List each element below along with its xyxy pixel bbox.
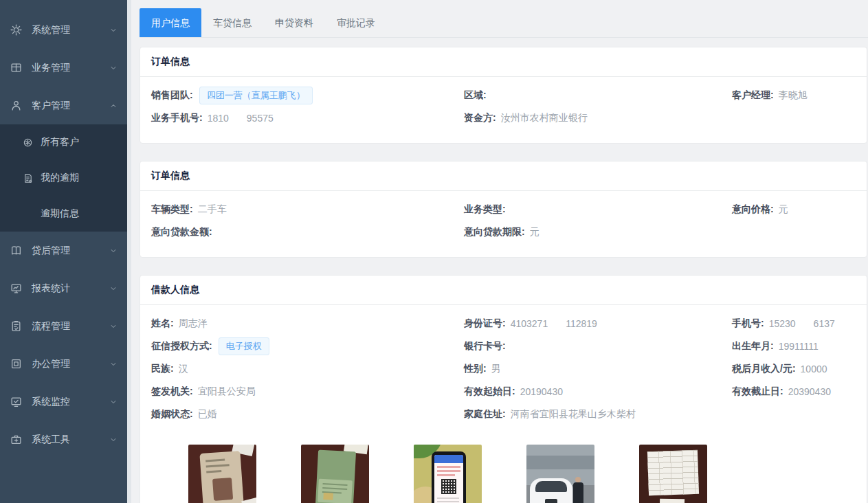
field-business-phone: 业务手机号: 181095575: [151, 112, 464, 124]
field-gender: 性别: 男: [464, 363, 732, 375]
field-label: 性别:: [464, 363, 487, 375]
field-valid-to: 有效截止日: 20390430: [732, 385, 856, 398]
field-value: 181095575: [208, 113, 274, 124]
monitor-check-icon: [10, 396, 22, 408]
field-row: 意向贷款金额: 意向贷款期限: 元: [151, 221, 856, 243]
field-label: 有效截止日:: [732, 385, 783, 398]
borrower-info-card: 借款人信息 姓名: 周志洋 身份证号: 4103271112819 手机号: 1…: [140, 275, 867, 503]
photo-item: 个人照: [188, 445, 256, 503]
field-business-type: 业务类型:: [464, 203, 732, 216]
sidebar-item-system-tools[interactable]: 系统工具: [0, 421, 127, 458]
sidebar-item-label: 所有客户: [41, 136, 79, 148]
sidebar-item-business-management[interactable]: 业务管理: [0, 49, 127, 87]
field-value: 男: [491, 363, 501, 375]
household-booklet-photo-thumbnail[interactable]: [301, 445, 369, 503]
field-label: 资金方:: [464, 112, 496, 124]
tab-loan-application-material[interactable]: 申贷资料: [263, 8, 325, 37]
field-vehicle-type: 车辆类型: 二手车: [151, 203, 464, 216]
field-id-number: 身份证号: 4103271112819: [464, 317, 732, 330]
tab-label: 用户信息: [151, 17, 190, 28]
photo-item: 新版征信照片: [301, 445, 369, 503]
sidebar-item-report-statistics[interactable]: 报表统计: [0, 269, 127, 307]
field-value: 4103271112819: [511, 318, 597, 329]
field-label: 有效起始日:: [464, 385, 515, 398]
sidebar-item-label: 系统工具: [32, 434, 70, 446]
field-region: 区域:: [464, 89, 732, 102]
field-label: 民族:: [151, 363, 174, 375]
sidebar-item-system-management[interactable]: 系统管理: [0, 11, 127, 49]
sidebar-item-all-customers[interactable]: 所有客户: [0, 124, 127, 160]
chevron-down-icon: [109, 26, 118, 34]
app-window: 系统管理 业务管理 客户管理 所有客户: [0, 0, 868, 503]
field-monthly-income: 税后月收入/元: 10000: [732, 363, 856, 375]
field-row: 婚姻状态: 已婚 家庭住址: 河南省宜阳县花果山乡木柴村: [151, 403, 856, 425]
field-label: 区域:: [464, 89, 487, 102]
field-row: 征信授权方式: 电子授权 银行卡号: 出生年月: 19911111: [151, 335, 856, 357]
sales-team-tag: 四团一营（直属王鹏飞）: [199, 87, 313, 104]
field-label: 税后月收入/元:: [732, 363, 796, 375]
phone-qr-photo-thumbnail[interactable]: [414, 445, 482, 503]
field-value: 二手车: [198, 203, 227, 216]
sidebar-item-label: 报表统计: [32, 282, 70, 295]
sidebar-item-overdue-info[interactable]: 逾期信息: [0, 196, 127, 232]
chevron-down-icon: [109, 64, 118, 72]
field-label: 征信授权方式:: [151, 340, 212, 353]
person-car-photo-thumbnail[interactable]: [526, 445, 594, 503]
field-row: 民族: 汉 性别: 男 税后月收入/元: 10000: [151, 357, 856, 380]
field-label: 银行卡号:: [464, 340, 506, 353]
field-sales-team: 销售团队: 四团一营（直属王鹏飞）: [151, 87, 464, 104]
sidebar-item-label: 系统监控: [32, 396, 70, 408]
sidebar-item-workflow-management[interactable]: 流程管理: [0, 307, 127, 345]
field-value: 宜阳县公安局: [198, 385, 256, 398]
workflow-clipboard-icon: [10, 320, 22, 333]
field-row: 签发机关: 宜阳县公安局 有效起始日: 20190430 有效截止日: 2039…: [151, 380, 856, 403]
field-marital-status: 婚姻状态: 已婚: [151, 408, 464, 421]
card-body: 姓名: 周志洋 身份证号: 4103271112819 手机号: 1523061…: [140, 305, 867, 503]
field-label: 签发机关:: [151, 385, 193, 398]
tab-label: 车贷信息: [213, 17, 252, 28]
field-label: 业务手机号:: [151, 112, 203, 124]
field-row: 销售团队: 四团一营（直属王鹏飞） 区域: 客户经理: 李晓旭: [151, 84, 856, 107]
field-intended-loan-term: 意向贷款期限: 元: [464, 226, 732, 238]
sidebar: 系统管理 业务管理 客户管理 所有客户: [0, 0, 127, 503]
open-book-icon: [10, 245, 22, 257]
id-card-photo-thumbnail[interactable]: [188, 445, 256, 503]
tab-car-loan-info[interactable]: 车贷信息: [201, 8, 263, 37]
grid-icon: [10, 62, 22, 74]
sidebar-item-postloan-management[interactable]: 贷后管理: [0, 232, 127, 269]
card-title: 借款人信息: [140, 276, 867, 305]
field-value: 周志洋: [179, 317, 208, 330]
credit-auth-tag: 电子授权: [219, 337, 269, 355]
field-value: 元: [530, 226, 539, 238]
tab-label: 申贷资料: [275, 17, 313, 28]
field-label: 手机号:: [732, 317, 764, 330]
field-label: 意向价格:: [732, 203, 774, 216]
field-value: 河南省宜阳县花果山乡木柴村: [511, 408, 636, 421]
sidebar-item-system-monitor[interactable]: 系统监控: [0, 383, 127, 421]
document-photo-thumbnail[interactable]: [639, 445, 707, 503]
photo-item: 授权码照片: [414, 445, 482, 503]
field-label: 业务类型:: [464, 203, 506, 216]
tab-approval-record[interactable]: 审批记录: [325, 8, 387, 37]
chevron-down-icon: [109, 398, 118, 406]
field-label: 婚姻状态:: [151, 408, 193, 421]
photo-item: 其他材料: [639, 445, 707, 503]
sidebar-item-office-management[interactable]: 办公管理: [0, 345, 127, 383]
sidebar-item-label: 业务管理: [32, 62, 70, 74]
field-label: 意向贷款金额:: [151, 226, 212, 238]
sidebar-item-my-overdue[interactable]: 我的逾期: [0, 160, 127, 196]
card-body: 车辆类型: 二手车 业务类型: 意向价格: 元 意向贷款金额:: [140, 191, 867, 257]
field-value: 20190430: [520, 386, 563, 397]
field-label: 意向贷款期限:: [464, 226, 525, 238]
user-icon: [10, 100, 22, 112]
field-label: 姓名:: [151, 317, 174, 330]
field-birth-date: 出生年月: 19911111: [732, 340, 856, 353]
card-body: 销售团队: 四团一营（直属王鹏飞） 区域: 客户经理: 李晓旭 业务手机号:: [140, 77, 867, 143]
tab-user-info[interactable]: 用户信息: [140, 8, 201, 37]
field-intended-loan-amount: 意向贷款金额:: [151, 226, 464, 238]
chevron-down-icon: [109, 436, 118, 444]
card-title: 订单信息: [140, 47, 867, 77]
field-row: 业务手机号: 181095575 资金方: 汝州市农村商业银行: [151, 107, 856, 129]
field-value: 19911111: [779, 341, 819, 352]
sidebar-item-customer-management[interactable]: 客户管理: [0, 87, 127, 124]
